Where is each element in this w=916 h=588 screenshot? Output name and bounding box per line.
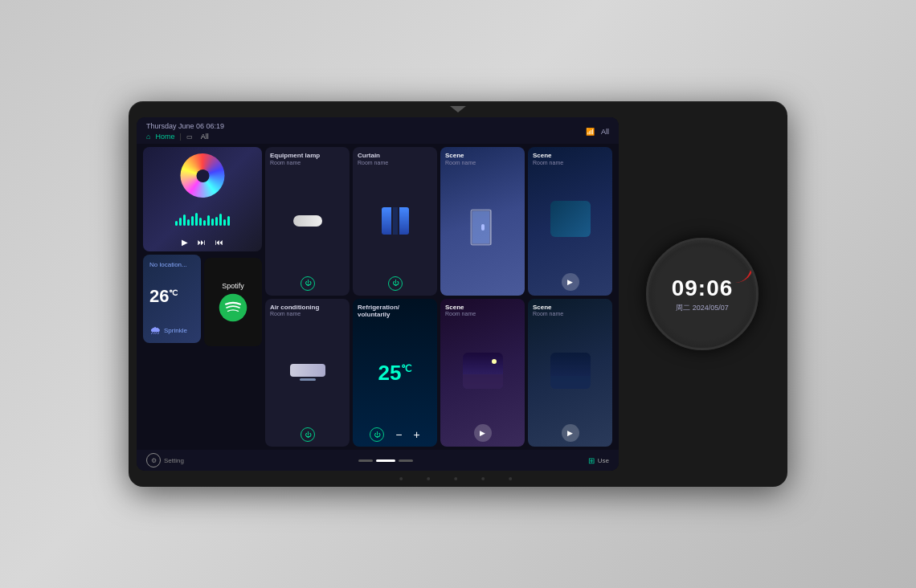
- datetime-label: Thursday June 06 06:19: [146, 122, 224, 130]
- refrig-minus-button[interactable]: −: [395, 428, 402, 441]
- refrig-controls: ⏻ − +: [358, 427, 432, 442]
- rain-icon: 🌧: [149, 324, 161, 337]
- wave-bar: [183, 214, 186, 226]
- svg-marker-0: [450, 106, 466, 112]
- play-button[interactable]: ▶: [182, 238, 188, 247]
- ac-fan: [300, 378, 316, 381]
- top-arrow: [446, 104, 470, 114]
- refrig-power-button[interactable]: ⏻: [370, 427, 384, 442]
- curtain-right: [399, 207, 409, 235]
- all-right-label[interactable]: All: [601, 128, 609, 136]
- bottom-bar: ⚙ Setting ⊞ Use: [137, 450, 619, 471]
- card-subtitle: Room name: [270, 160, 320, 165]
- wave-bar: [211, 218, 214, 226]
- page-dot-3[interactable]: [399, 459, 413, 462]
- home-icon: ⌂: [146, 133, 150, 141]
- scene-night-area: [445, 316, 520, 424]
- refrig-temp-area: 25℃: [358, 319, 432, 427]
- page-dot-2[interactable]: [376, 459, 395, 462]
- clock-date: 周二 2024/05/07: [676, 303, 729, 313]
- device-bottom-dots: [399, 477, 512, 480]
- card-title: Air conditioning: [270, 304, 319, 312]
- grid-icon: ⊞: [588, 456, 595, 465]
- curtain-power-button[interactable]: ⏻: [388, 276, 403, 291]
- card-title: Refrigeration/ voluntarily: [358, 304, 432, 319]
- use-area[interactable]: ⊞ Use: [588, 456, 609, 465]
- clock-time: 09:06: [672, 276, 734, 301]
- refrig-plus-button[interactable]: +: [414, 428, 420, 441]
- wave-bar: [219, 214, 222, 226]
- weather-desc: Sprinkle: [164, 327, 187, 334]
- svg-point-1: [219, 294, 247, 322]
- card-header: Scene Room name: [445, 304, 476, 317]
- scene-teal-card[interactable]: Scene Room name ▶: [528, 147, 612, 296]
- top-bar-right: 📶 All: [586, 128, 609, 136]
- scene-night-play-button[interactable]: ▶: [474, 424, 492, 442]
- use-label: Use: [598, 457, 609, 464]
- lamp-power-button[interactable]: ⏻: [301, 276, 315, 291]
- ac-power-button[interactable]: ⏻: [301, 427, 315, 442]
- wave-bar: [215, 217, 218, 226]
- music-wave: [143, 213, 262, 226]
- left-column: ▶ ⏭ ⏮ No location... 26℃: [143, 147, 262, 447]
- purple-bg: [550, 353, 591, 389]
- card-header: Curtain Room name: [358, 152, 388, 165]
- music-disc: [181, 153, 225, 198]
- settings-icon[interactable]: ⚙: [146, 453, 161, 468]
- main-content: ▶ ⏭ ⏮ No location... 26℃: [137, 144, 619, 450]
- curtain-icon-area: [358, 165, 432, 276]
- ac-icon-area: [270, 316, 345, 427]
- lamp-icon: [293, 215, 322, 227]
- scene-night-card[interactable]: Scene Room name ▶: [440, 299, 525, 447]
- scene-play-button[interactable]: ▶: [562, 273, 579, 291]
- svg-rect-3: [472, 211, 489, 243]
- card-title: Scene: [533, 304, 563, 312]
- spotify-card[interactable]: Spotify: [204, 258, 262, 346]
- weather-card[interactable]: No location... 26℃ 🌧 Sprinkle: [143, 255, 201, 343]
- card-controls: ⏻: [358, 276, 432, 291]
- smart-home-device: Thursday June 06 06:19 ⌂ Home | ▭ All 📶 …: [129, 101, 787, 487]
- ac-visual: [290, 364, 325, 381]
- wifi-icon: 📶: [586, 128, 595, 136]
- setting-area[interactable]: ⚙ Setting: [146, 453, 184, 468]
- curtain-visual: [382, 207, 409, 235]
- top-bar-left: Thursday June 06 06:19 ⌂ Home | ▭ All: [146, 122, 224, 141]
- next-button[interactable]: ⏭: [198, 238, 206, 247]
- ac-card[interactable]: Air conditioning Room name ⏻: [265, 299, 350, 447]
- curtain-gap: [393, 207, 398, 235]
- card-header: Refrigeration/ voluntarily: [358, 304, 432, 319]
- svg-rect-4: [481, 224, 485, 231]
- weather-temp-row: 26℃: [149, 288, 194, 305]
- music-disc-inner: [196, 169, 209, 182]
- curtain-card[interactable]: Curtain Room name ⏻: [353, 147, 437, 296]
- scene-purple-card[interactable]: Scene Room name ▶: [528, 299, 612, 447]
- door-icon: [467, 208, 499, 248]
- card-controls: ▶: [533, 273, 607, 291]
- spotify-logo: [219, 293, 247, 322]
- nav-all-label[interactable]: All: [201, 133, 209, 141]
- wave-bar: [179, 218, 182, 226]
- spotify-label: Spotify: [222, 282, 244, 290]
- music-controls: ▶ ⏭ ⏮: [143, 238, 262, 247]
- card-title: Equipment lamp: [270, 152, 320, 160]
- home-label[interactable]: Home: [155, 133, 174, 141]
- weather-icon-row: 🌧 Sprinkle: [149, 324, 194, 337]
- moon: [492, 359, 497, 364]
- clock-dial: 09:06 周二 2024/05/07: [646, 238, 759, 350]
- page-dot-1[interactable]: [358, 459, 373, 462]
- card-subtitle: Room name: [533, 311, 563, 316]
- night-bg: [463, 353, 503, 389]
- prev-button[interactable]: ⏮: [215, 238, 223, 247]
- equipment-lamp-card[interactable]: Equipment lamp Room name ⏻: [265, 147, 350, 296]
- main-screen: Thursday June 06 06:19 ⌂ Home | ▭ All 📶 …: [137, 117, 619, 471]
- scene-purple-area: [533, 316, 607, 424]
- wave-bar: [227, 216, 230, 226]
- card-title: Scene: [533, 152, 563, 160]
- card-controls: ⏻: [270, 276, 345, 291]
- scene-door-card[interactable]: Scene Room name: [440, 147, 525, 296]
- refrigerator-card[interactable]: Refrigeration/ voluntarily 25℃ ⏻ − +: [353, 299, 437, 447]
- card-subtitle: Room name: [270, 311, 319, 316]
- device-dot: [454, 477, 457, 480]
- scene-purple-play-button[interactable]: ▶: [562, 424, 579, 442]
- music-card[interactable]: ▶ ⏭ ⏮: [143, 147, 262, 251]
